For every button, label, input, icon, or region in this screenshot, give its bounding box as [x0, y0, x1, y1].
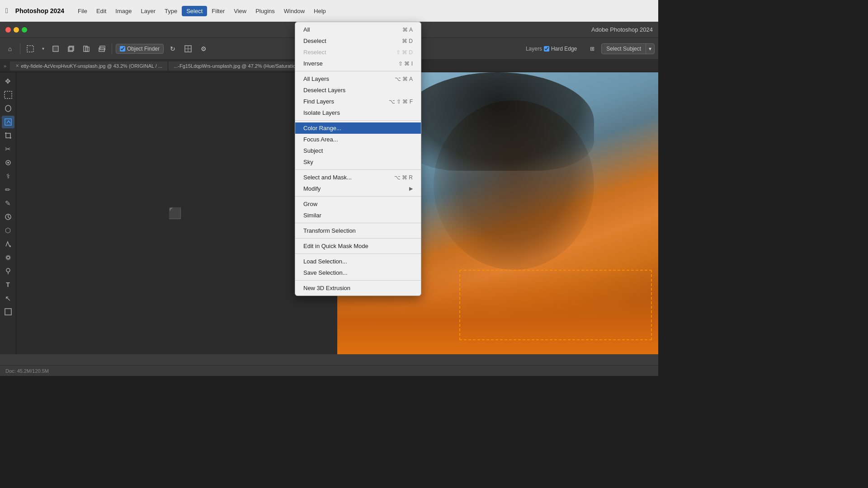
canvas-left: ⬛ — [16, 72, 337, 354]
close-button[interactable] — [5, 27, 11, 33]
settings-icon[interactable]: ⚙ — [197, 42, 210, 55]
menu-item-deselect[interactable]: Deselect ⌘ D — [295, 35, 421, 47]
brush-tool-button[interactable]: ✏ — [2, 183, 14, 196]
select-icon-4[interactable] — [95, 42, 108, 55]
view-icon[interactable] — [182, 42, 194, 55]
divider-1 — [20, 43, 20, 54]
tab-close-1[interactable]: ✕ — [15, 63, 19, 68]
frame-tool-button[interactable]: ✂ — [2, 143, 14, 155]
menu-item-transform-selection[interactable]: Transform Selection — [295, 225, 421, 236]
lasso-tool-button[interactable] — [2, 102, 14, 115]
select-icon-2[interactable] — [65, 42, 77, 55]
menu-image[interactable]: Image — [111, 6, 136, 16]
hard-edge-container: Layers Hard Edge — [526, 46, 577, 52]
menu-item-reselect-label: Reselect — [303, 49, 396, 56]
eyedropper-tool-button[interactable] — [2, 156, 14, 169]
menu-item-focus-area[interactable]: Focus Area... — [295, 134, 421, 145]
minimize-button[interactable] — [14, 27, 19, 33]
eraser-tool-button[interactable]: ⬡ — [2, 224, 14, 237]
shape-tool-button[interactable] — [2, 305, 14, 318]
menu-item-find-layers[interactable]: Find Layers ⌥ ⇧ ⌘ F — [295, 96, 421, 107]
menu-item-subject[interactable]: Subject — [295, 145, 421, 156]
menu-item-color-range[interactable]: Color Range... — [295, 122, 421, 134]
select-subject-arrow-icon[interactable]: ▾ — [646, 44, 654, 54]
menu-file[interactable]: File — [73, 6, 92, 16]
dodge-tool-button[interactable] — [2, 265, 14, 277]
object-select-tool-button[interactable] — [2, 116, 14, 128]
fullscreen-button[interactable] — [22, 27, 27, 33]
tab-2[interactable]: ...-Fg15LdqpWrs-unsplash.jpg @ 47.2% (Hu… — [168, 61, 308, 70]
app-name: Photoshop 2024 — [15, 7, 64, 14]
menu-item-find-layers-label: Find Layers — [303, 98, 389, 105]
menu-item-reselect: Reselect ⇧ ⌘ D — [295, 47, 421, 58]
menu-item-select-mask[interactable]: Select and Mask... ⌥ ⌘ R — [295, 172, 421, 183]
menu-view[interactable]: View — [229, 6, 251, 16]
separator-7 — [295, 253, 421, 254]
menu-item-load-selection[interactable]: Load Selection... — [295, 256, 421, 267]
select-icon-3[interactable] — [80, 42, 93, 55]
menu-item-sky[interactable]: Sky — [295, 156, 421, 168]
move-tool-button[interactable]: ✥ — [2, 75, 14, 88]
menu-item-modify[interactable]: Modify ▶ — [295, 183, 421, 194]
menu-item-similar-label: Similar — [303, 212, 413, 219]
menu-item-new-3d[interactable]: New 3D Extrusion — [295, 282, 421, 294]
history-brush-button[interactable] — [2, 211, 14, 223]
crop-tool-button[interactable] — [2, 129, 14, 142]
select-subject-button[interactable]: Select Subject ▾ — [601, 43, 655, 54]
object-finder-checkbox[interactable] — [120, 46, 125, 52]
blur-tool-button[interactable] — [2, 251, 14, 264]
stamp-tool-button[interactable]: ✎ — [2, 197, 14, 210]
divider-2 — [112, 43, 112, 54]
menu-item-inverse-shortcut: ⇧ ⌘ I — [398, 61, 413, 67]
menu-help[interactable]: Help — [309, 6, 330, 16]
tab-1[interactable]: ✕ etty-fidele-AzVexpHvuKY-unsplash.jpg @… — [10, 61, 168, 70]
menu-item-modify-label: Modify — [303, 185, 409, 192]
menu-item-all[interactable]: All ⌘ A — [295, 24, 421, 35]
menubar:  Photoshop 2024 File Edit Image Layer T… — [0, 0, 658, 22]
expand-icon[interactable]: ⊞ — [586, 42, 599, 55]
menu-layer[interactable]: Layer — [136, 6, 160, 16]
marquee-select-icon[interactable] — [24, 42, 37, 55]
menu-item-isolate-layers[interactable]: Isolate Layers — [295, 107, 421, 118]
menu-plugins[interactable]: Plugins — [251, 6, 279, 16]
menu-item-all-layers-label: All Layers — [303, 75, 395, 82]
svg-point-18 — [6, 268, 10, 272]
healing-tool-button[interactable]: ⚕ — [2, 170, 14, 183]
hard-edge-checkbox[interactable] — [544, 46, 549, 52]
menu-item-quick-mask[interactable]: Edit in Quick Mask Mode — [295, 240, 421, 252]
menu-item-deselect-layers[interactable]: Deselect Layers — [295, 84, 421, 96]
refresh-icon[interactable]: ↻ — [166, 42, 179, 55]
menu-item-all-layers[interactable]: All Layers ⌥ ⌘ A — [295, 73, 421, 84]
marquee-tool-button[interactable] — [2, 89, 14, 101]
separator-5 — [295, 223, 421, 223]
menu-item-new-3d-label: New 3D Extrusion — [303, 285, 413, 291]
tab-label-2: ...-Fg15LdqpWrs-unsplash.jpg @ 47.2% (Hu… — [174, 63, 302, 69]
menu-type[interactable]: Type — [160, 6, 182, 16]
separator-6 — [295, 238, 421, 239]
object-finder-label: Object Finder — [127, 46, 160, 52]
menu-item-grow[interactable]: Grow — [295, 198, 421, 210]
select-icon-1[interactable] — [49, 42, 62, 55]
fill-tool-button[interactable] — [2, 238, 14, 250]
menu-item-deselect-layers-label: Deselect Layers — [303, 87, 413, 94]
menu-window[interactable]: Window — [279, 6, 309, 16]
expand-panels-button[interactable]: » — [4, 63, 6, 69]
marquee-dropdown-icon[interactable]: ▾ — [39, 42, 47, 55]
path-select-button[interactable]: ↖ — [2, 292, 14, 305]
layers-label: Layers — [526, 46, 542, 52]
menu-item-sky-label: Sky — [303, 159, 413, 165]
menu-item-all-shortcut: ⌘ A — [402, 27, 413, 33]
menu-edit[interactable]: Edit — [92, 6, 111, 16]
home-icon[interactable]: ⌂ — [4, 42, 16, 55]
menu-select[interactable]: Select — [182, 6, 207, 16]
menu-item-inverse[interactable]: Inverse ⇧ ⌘ I — [295, 58, 421, 69]
menu-item-save-selection[interactable]: Save Selection... — [295, 267, 421, 278]
type-tool-button[interactable]: T — [2, 278, 14, 291]
menu-filter[interactable]: Filter — [207, 6, 229, 16]
tab-label-1: etty-fidele-AzVexpHvuKY-unsplash.jpg @ 4… — [21, 63, 162, 69]
menu-item-select-mask-label: Select and Mask... — [303, 174, 394, 181]
menu-item-similar[interactable]: Similar — [295, 210, 421, 221]
separator-4 — [295, 196, 421, 197]
svg-point-17 — [7, 256, 9, 259]
object-finder-button[interactable]: Object Finder — [116, 44, 164, 54]
